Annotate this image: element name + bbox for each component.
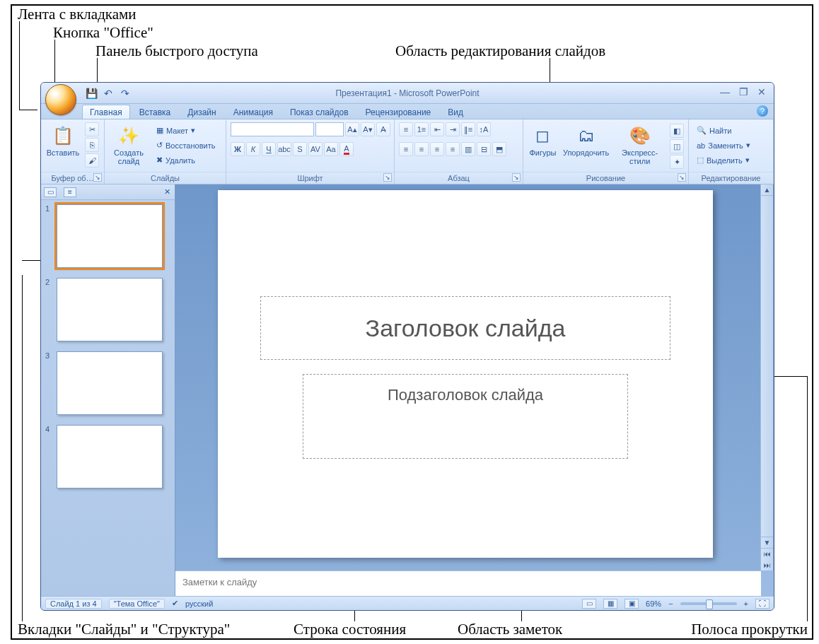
window-controls: — ❐ ✕	[719, 87, 768, 98]
callout-ribbon-tabs: Лента с вкладками	[16, 6, 138, 23]
tab-view[interactable]: Вид	[440, 105, 471, 119]
tab-outline-icon[interactable]: ≡	[64, 187, 76, 197]
zoom-slider[interactable]	[680, 602, 737, 605]
office-button[interactable]	[45, 84, 76, 115]
smartart-button[interactable]: ⬒	[492, 142, 506, 156]
font-size-select[interactable]	[315, 122, 344, 136]
align-right-button[interactable]: ≡	[430, 142, 444, 156]
normal-view-icon[interactable]: ▭	[582, 599, 596, 609]
spellcheck-icon[interactable]: ✔	[172, 599, 178, 608]
format-painter-icon[interactable]: 🖌	[85, 153, 99, 168]
underline-button[interactable]: Ч	[262, 142, 276, 156]
thumbnail-item[interactable]: 4	[45, 425, 170, 488]
next-slide-icon[interactable]: ⏭	[761, 560, 773, 571]
justify-button[interactable]: ≡	[446, 142, 460, 156]
prev-slide-icon[interactable]: ⏮	[761, 549, 773, 560]
drawing-dialog-launcher[interactable]: ↘	[678, 173, 686, 182]
text-direction-button[interactable]: ↕A	[477, 122, 491, 136]
quick-styles-button[interactable]: 🎨 Экспресс-стили	[614, 122, 666, 168]
thumbnail-item[interactable]: 1	[45, 204, 170, 268]
thumbnail[interactable]	[57, 351, 163, 415]
thumbnail-item[interactable]: 2	[45, 278, 170, 341]
shape-fill-icon[interactable]: ◧	[670, 124, 684, 138]
replace-button[interactable]: abЗаменить ▾	[693, 139, 754, 152]
delete-slide-button[interactable]: ✖Удалить	[153, 153, 219, 167]
tab-insert[interactable]: Вставка	[132, 105, 179, 119]
clipboard-dialog-launcher[interactable]: ↘	[93, 173, 102, 182]
callout-quick-access: Панель быстрого доступа	[94, 42, 260, 60]
save-icon[interactable]: 💾	[85, 87, 98, 100]
cut-icon[interactable]: ✂	[85, 122, 99, 136]
subtitle-placeholder[interactable]: Подзаголовок слайда	[303, 374, 628, 459]
close-button[interactable]: ✕	[755, 87, 768, 98]
shape-outline-icon[interactable]: ◫	[670, 139, 684, 153]
change-case-button[interactable]: Aa	[324, 142, 338, 156]
font-color-button[interactable]: A	[339, 142, 354, 156]
minimize-button[interactable]: —	[719, 87, 731, 98]
indent-button[interactable]: ⇥	[446, 122, 460, 136]
tab-design[interactable]: Дизайн	[180, 105, 223, 119]
thumbnail[interactable]	[57, 204, 163, 268]
line-spacing-button[interactable]: ‖≡	[461, 122, 475, 136]
align-text-button[interactable]: ⊟	[477, 142, 491, 156]
scroll-up-icon[interactable]: ▲	[761, 185, 773, 196]
strike-button[interactable]: abc	[277, 142, 291, 156]
language-indicator[interactable]: русский	[185, 599, 213, 608]
thumbnail[interactable]	[57, 425, 163, 488]
tab-home[interactable]: Главная	[82, 105, 130, 119]
find-button[interactable]: 🔍Найти	[693, 124, 754, 137]
arrange-button[interactable]: 🗂 Упорядочить	[562, 122, 610, 159]
shrink-font-icon[interactable]: A▾	[361, 122, 375, 136]
slide-canvas[interactable]: Заголовок слайда Подзаголовок слайда	[218, 190, 713, 558]
zoom-out-icon[interactable]: −	[668, 599, 673, 608]
shape-effects-icon[interactable]: ✦	[670, 155, 684, 169]
restore-button[interactable]: ❐	[737, 87, 750, 98]
tab-review[interactable]: Рецензирование	[358, 105, 439, 119]
new-slide-button[interactable]: ✨ Создать слайд	[109, 122, 149, 168]
zoom-in-icon[interactable]: +	[744, 599, 748, 608]
redo-icon[interactable]: ↷	[119, 87, 132, 100]
dedent-button[interactable]: ⇤	[430, 122, 444, 136]
align-center-button[interactable]: ≡	[414, 142, 429, 156]
font-dialog-launcher[interactable]: ↘	[383, 173, 392, 182]
shapes-button[interactable]: ◻ Фигуры	[528, 122, 558, 159]
scroll-down-icon[interactable]: ▼	[761, 537, 773, 548]
bullets-button[interactable]: ≡	[399, 122, 413, 136]
tab-animation[interactable]: Анимация	[226, 105, 281, 119]
italic-button[interactable]: К	[246, 142, 260, 156]
notes-pane[interactable]: Заметки к слайду	[175, 570, 761, 596]
select-button[interactable]: ⬚Выделить ▾	[693, 153, 754, 167]
copy-icon[interactable]: ⎘	[85, 138, 99, 152]
layout-button[interactable]: ▦Макет ▾	[153, 124, 219, 137]
thumbnail-list[interactable]: 1 2 3 4	[41, 200, 175, 596]
numbering-button[interactable]: 1≡	[414, 122, 429, 136]
thumbnail-item[interactable]: 3	[45, 351, 170, 415]
arrange-icon: 🗂	[575, 124, 598, 147]
tab-slides-icon[interactable]: ▭	[44, 187, 57, 197]
shadow-button[interactable]: S	[293, 142, 307, 156]
bold-button[interactable]: Ж	[231, 142, 245, 156]
char-spacing-button[interactable]: AV	[308, 142, 323, 156]
slideshow-view-icon[interactable]: ▣	[625, 599, 639, 609]
tab-slideshow[interactable]: Показ слайдов	[282, 105, 356, 119]
shapes-icon: ◻	[531, 124, 554, 147]
help-icon[interactable]: ?	[757, 105, 768, 117]
title-placeholder[interactable]: Заголовок слайда	[260, 296, 670, 360]
zoom-fit-icon[interactable]: ⛶	[755, 599, 769, 609]
group-clipboard: 📋 Вставить ✂ ⎘ 🖌 Буфер об… ↘	[41, 119, 105, 184]
pane-close-icon[interactable]: ✕	[164, 187, 170, 197]
sorter-view-icon[interactable]: ▦	[603, 599, 617, 609]
grow-font-icon[interactable]: A▴	[345, 122, 359, 136]
paste-button[interactable]: 📋 Вставить	[45, 122, 81, 159]
slide-canvas-area[interactable]: Заголовок слайда Подзаголовок слайда ▲ ▼…	[175, 185, 774, 570]
columns-button[interactable]: ▥	[461, 142, 475, 156]
undo-icon[interactable]: ↶	[102, 87, 115, 100]
thumbnail[interactable]	[57, 278, 163, 341]
vertical-scrollbar[interactable]: ▲ ▼ ⏮ ⏭	[760, 185, 773, 570]
reset-button[interactable]: ↺Восстановить	[153, 139, 219, 152]
font-family-select[interactable]	[231, 122, 314, 136]
callout-status-bar: Строка состояния	[292, 621, 407, 638]
clear-format-icon[interactable]: A̶	[376, 122, 390, 136]
paragraph-dialog-launcher[interactable]: ↘	[512, 173, 521, 182]
align-left-button[interactable]: ≡	[399, 142, 413, 156]
